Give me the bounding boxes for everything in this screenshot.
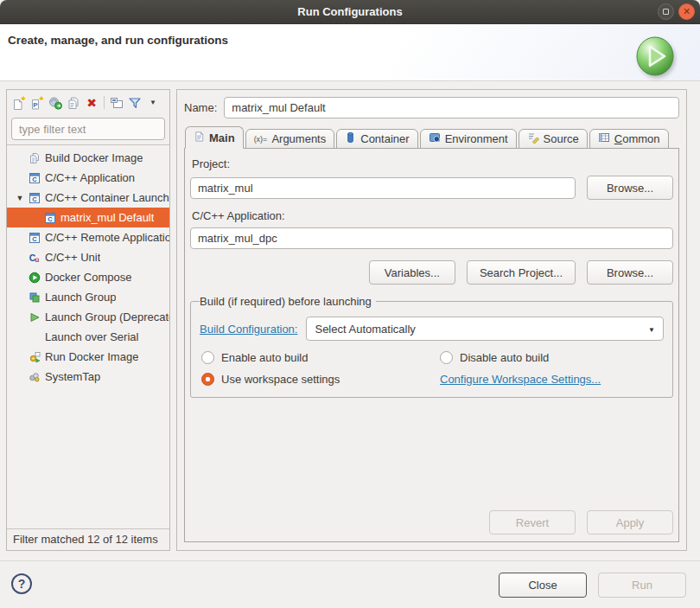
tab-common[interactable]: Common — [589, 129, 669, 149]
configure-workspace-settings-link[interactable]: Configure Workspace Settings... — [440, 373, 601, 386]
c-unit-icon: Cü — [28, 251, 41, 264]
application-input[interactable] — [190, 227, 673, 249]
tree-item-c-application[interactable]: C C/C++ Application — [7, 168, 169, 188]
filter-input[interactable] — [11, 118, 165, 140]
tree-item-c-remote-application[interactable]: C C/C++ Remote Application — [7, 227, 169, 247]
tree-item-matrix-mul-default[interactable]: C matrix_mul Default — [7, 208, 169, 227]
tree-item-launch-over-serial[interactable]: Launch over Serial — [7, 327, 169, 347]
window-title: Run Configurations — [297, 5, 402, 18]
collapse-all-icon[interactable] — [109, 95, 124, 111]
docker-compose-icon — [28, 271, 41, 284]
launch-config-sidebar: P ✖ ▼ Build Docker Image C — [6, 89, 170, 551]
application-label: C/C++ Application: — [192, 209, 673, 222]
svg-text:C: C — [48, 215, 53, 223]
disable-auto-build-option[interactable]: Disable auto build — [440, 351, 664, 364]
browse-project-button[interactable]: Browse... — [587, 176, 673, 200]
project-row: Browse... — [190, 176, 673, 200]
tree-item-launch-group[interactable]: Launch Group — [7, 287, 169, 307]
name-label: Name: — [184, 101, 217, 114]
run-button[interactable]: Run — [598, 573, 686, 598]
tree-item-c-container-launcher[interactable]: ▼ C C/C++ Container Launcher — [7, 188, 169, 208]
c-app-icon: C — [28, 171, 41, 184]
tree-item-build-docker-image[interactable]: Build Docker Image — [7, 148, 169, 168]
svg-text:C: C — [32, 176, 37, 183]
launch-group-deprecated-icon — [28, 310, 41, 323]
tree-item-docker-compose[interactable]: Docker Compose — [7, 267, 169, 287]
tree-item-label: Build Docker Image — [45, 151, 143, 164]
run-configurations-icon — [636, 35, 676, 80]
tree-item-label: Launch Group — [45, 291, 116, 304]
tree-item-c-unit[interactable]: Cü C/C++ Unit — [7, 247, 169, 267]
delete-glyph: ✖ — [86, 97, 97, 109]
launch-config-tree: Build Docker Image C C/C++ Application ▼… — [7, 144, 169, 528]
filter-status-text: Filter matched 12 of 12 items — [7, 528, 169, 550]
dialog-footer: ? Close Run — [0, 560, 700, 608]
c-app-icon: C — [28, 231, 41, 244]
tab-container[interactable]: Container — [336, 129, 417, 149]
build-configuration-select[interactable]: Select Automatically ▼ — [306, 317, 664, 341]
tree-item-label: Run Docker Image — [45, 350, 138, 363]
expanded-caret-icon[interactable]: ▼ — [12, 194, 28, 202]
build-configuration-row: Build Configuration: Select Automaticall… — [200, 317, 664, 341]
run-docker-icon — [28, 350, 41, 363]
tree-item-systemtap[interactable]: SystemTap — [7, 367, 169, 387]
enable-auto-build-option[interactable]: Enable auto build — [201, 351, 440, 364]
tree-item-launch-group-deprecated[interactable]: Launch Group (Deprecated) — [7, 307, 169, 327]
restore-icon — [663, 9, 669, 15]
c-app-icon: C — [28, 191, 41, 204]
tab-label: Common — [614, 132, 660, 145]
name-input[interactable] — [224, 97, 679, 118]
browse-application-button[interactable]: Browse... — [587, 260, 673, 285]
tab-label: Environment — [445, 132, 508, 145]
tree-item-label: matrix_mul Default — [60, 211, 154, 224]
systemtap-icon — [28, 370, 41, 383]
dialog-header: Create, manage, and run configurations — [0, 24, 700, 81]
delete-launch-configuration-icon[interactable]: ✖ — [84, 95, 99, 111]
radio-label: Use workspace settings — [221, 373, 340, 386]
search-project-button[interactable]: Search Project... — [467, 260, 576, 285]
tab-source[interactable]: Source — [519, 129, 588, 149]
radio-unchecked-icon[interactable] — [201, 351, 214, 364]
apply-button[interactable]: Apply — [587, 510, 673, 534]
blank-icon — [28, 330, 41, 343]
tab-label: Source — [544, 132, 579, 145]
tab-environment[interactable]: Environment — [420, 129, 517, 149]
revert-apply-row: Revert Apply — [190, 500, 673, 534]
docker-build-icon — [28, 151, 41, 164]
new-launch-configuration-icon[interactable] — [11, 95, 27, 111]
chevron-down-icon: ▼ — [648, 326, 655, 334]
application-buttons-row: Variables... Search Project... Browse... — [190, 260, 673, 285]
sidebar-toolbar: P ✖ ▼ — [7, 90, 169, 113]
revert-button[interactable]: Revert — [489, 510, 576, 534]
help-button[interactable]: ? — [11, 573, 32, 594]
variables-button[interactable]: Variables... — [369, 260, 455, 285]
radio-label: Disable auto build — [460, 351, 549, 364]
tab-arguments[interactable]: (x)= Arguments — [245, 129, 335, 149]
tree-item-label: C/C++ Unit — [45, 251, 100, 264]
tab-label: Container — [360, 132, 409, 145]
new-prototype-icon[interactable]: P — [29, 95, 45, 111]
duplicate-launch-configuration-icon[interactable] — [66, 95, 81, 111]
use-workspace-settings-option[interactable]: Use workspace settings — [201, 373, 440, 386]
help-icon: ? — [18, 577, 26, 591]
tab-main[interactable]: Main — [185, 126, 244, 149]
tree-item-label: C/C++ Remote Application — [45, 231, 169, 244]
toolbar-menu-dropdown-icon[interactable]: ▼ — [145, 95, 161, 111]
export-launch-configuration-icon[interactable] — [48, 95, 63, 111]
titlebar-buttons: ✕ — [658, 3, 695, 20]
tree-item-label: Docker Compose — [45, 271, 131, 284]
build-before-launch-group: Build (if required) before launching Bui… — [190, 295, 673, 398]
radio-checked-icon[interactable] — [201, 373, 214, 386]
close-button[interactable]: Close — [499, 573, 587, 598]
project-input[interactable] — [190, 177, 576, 199]
build-configuration-link[interactable]: Build Configuration: — [200, 323, 297, 336]
restore-button[interactable] — [658, 3, 674, 20]
filter-icon[interactable] — [127, 95, 143, 111]
menu-caret: ▼ — [150, 99, 156, 106]
configuration-detail-panel: Name: Main (x)= Arguments Container Envi… — [176, 89, 687, 551]
close-window-button[interactable]: ✕ — [678, 3, 695, 20]
tree-item-run-docker-image[interactable]: Run Docker Image — [7, 347, 169, 367]
radio-unchecked-icon[interactable] — [440, 351, 453, 364]
main-tab-icon — [194, 131, 205, 145]
arguments-tab-icon: (x)= — [254, 135, 268, 144]
